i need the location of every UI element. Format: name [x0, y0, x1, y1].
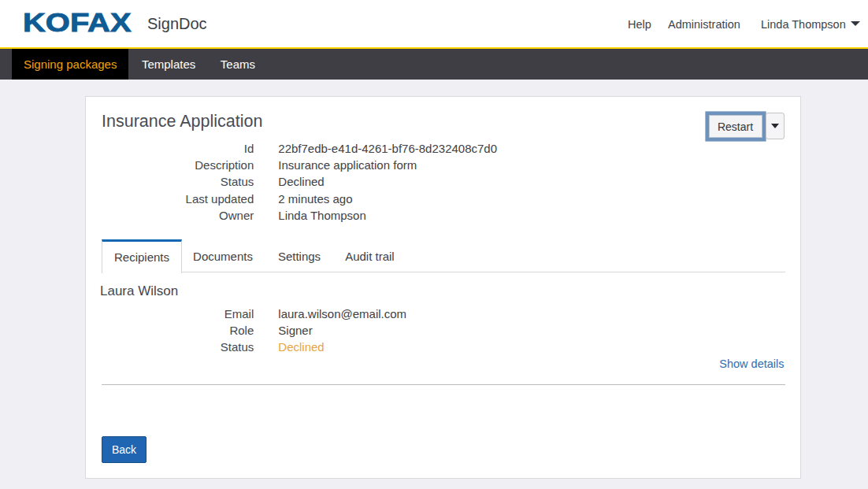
- svg-text:KOFAX: KOFAX: [23, 9, 132, 38]
